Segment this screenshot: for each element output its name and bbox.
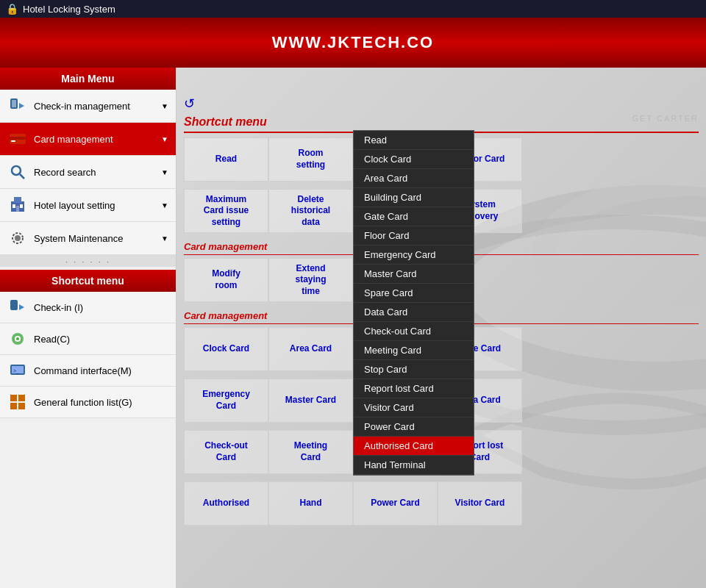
resize-handle[interactable]: · · · · · · xyxy=(0,255,176,267)
card-checkout[interactable]: Check-out Card xyxy=(184,430,268,474)
hotel-label: Hotel layout setting xyxy=(34,200,115,211)
dropdown-item-visitor-card[interactable]: Visitor Card xyxy=(354,398,474,417)
location-bar: Current location: xyxy=(176,68,706,88)
card-modify-room[interactable]: Modify room xyxy=(184,258,268,302)
svg-marker-16 xyxy=(19,304,24,310)
checkin-chevron: ▼ xyxy=(161,102,168,110)
svg-rect-1 xyxy=(12,100,16,107)
dropdown-item-data-card[interactable]: Data Card xyxy=(354,303,474,322)
svg-text:>_: >_ xyxy=(13,368,19,374)
dropdown-item-floor-card[interactable]: Floor Card xyxy=(354,226,474,245)
svg-point-13 xyxy=(15,235,21,241)
card-visitor-b[interactable]: Visitor Card xyxy=(438,481,522,526)
card-area[interactable]: Area Card xyxy=(268,327,353,371)
brand-text: WWW.JKTECH.CO xyxy=(272,33,434,52)
dropdown-item-power-card[interactable]: Power Card xyxy=(354,417,474,437)
shortcut-item-gen[interactable]: General function list(G) xyxy=(0,387,176,418)
shortcut-menu-header: Shortcut menu xyxy=(0,270,176,292)
dropdown-item-authorised-card[interactable]: Authorised Card xyxy=(354,437,474,456)
record-chevron: ▼ xyxy=(161,168,168,176)
card-authorised-b[interactable]: Authorised xyxy=(184,481,268,526)
shortcut-gen-label: General function list(G) xyxy=(34,397,132,408)
svg-rect-5 xyxy=(11,140,15,142)
checkin-icon xyxy=(7,96,28,116)
card-extend-stay[interactable]: Extend staying time xyxy=(268,258,353,302)
dropdown-item-master-card[interactable]: Master Card xyxy=(354,265,474,284)
location-label: Current location: xyxy=(188,72,271,84)
card-clock[interactable]: Clock Card xyxy=(184,327,268,371)
card-hand-b[interactable]: Hand xyxy=(268,481,353,526)
lock-icon: 🔒 xyxy=(6,3,18,15)
dropdown-item-checkout-card[interactable]: Check-out Card xyxy=(354,322,474,341)
svg-point-6 xyxy=(12,166,21,175)
svg-rect-15 xyxy=(10,300,18,310)
shortcut-checkin-label: Check-in (I) xyxy=(34,302,83,313)
card-max-issue[interactable]: Maximum Card issue setting xyxy=(184,189,268,233)
card-power-b[interactable]: Power Card xyxy=(353,481,438,526)
dropdown-item-area-card[interactable]: Area Card xyxy=(354,169,474,188)
system-label: System Maintenance xyxy=(34,233,123,244)
shortcut-item-checkin[interactable]: Check-in (I) xyxy=(0,292,176,323)
get-carter-text: GET CARTER xyxy=(632,114,699,123)
record-label: Record search xyxy=(34,167,96,178)
sidebar-item-hotel[interactable]: Hotel layout setting ▼ xyxy=(0,189,176,222)
sidebar-item-checkin[interactable]: Check-in management ▼ xyxy=(0,90,176,123)
card-master[interactable]: Master Card xyxy=(268,379,353,423)
shortcut-item-cmd[interactable]: >_ Command interface(M) xyxy=(0,355,176,387)
main-menu-header: Main Menu xyxy=(0,68,176,90)
svg-rect-12 xyxy=(16,206,19,212)
hotel-icon xyxy=(7,195,28,215)
dropdown-item-spare-card[interactable]: Spare Card xyxy=(354,284,474,303)
card-chevron: ▼ xyxy=(161,135,168,143)
card-emergency[interactable]: Emergency Card xyxy=(184,379,268,423)
svg-line-7 xyxy=(20,174,24,179)
dropdown-menu: Read Clock Card Area Card Building Card … xyxy=(353,130,474,476)
dropdown-item-meeting-card[interactable]: Meeting Card xyxy=(354,341,474,360)
svg-rect-23 xyxy=(10,395,17,401)
sidebar: Main Menu Check-in management ▼ Car xyxy=(0,68,176,588)
svg-rect-9 xyxy=(14,197,21,203)
dropdown-item-building-card[interactable]: Building Card xyxy=(354,188,474,207)
dropdown-item-hand-terminal[interactable]: Hand Terminal xyxy=(354,456,474,475)
main-content: Current location: ↺ GET CARTER Shortcut … xyxy=(176,68,706,588)
shortcut-checkin-icon xyxy=(7,297,28,318)
sidebar-item-system[interactable]: System Maintenance ▼ xyxy=(0,222,176,255)
card-icon xyxy=(7,129,28,149)
record-icon xyxy=(7,162,28,182)
shortcut-read-icon xyxy=(7,329,28,349)
shortcut-gen-icon xyxy=(7,392,28,412)
title-bar: 🔒 Hotel Locking System xyxy=(0,0,706,18)
svg-rect-25 xyxy=(10,403,17,409)
shortcut-item-read[interactable]: Read(C) xyxy=(0,323,176,355)
dropdown-item-gate-card[interactable]: Gate Card xyxy=(354,207,474,226)
shortcut-cmd-label: Command interface(M) xyxy=(34,365,132,376)
app-title: Hotel Locking System xyxy=(23,4,115,15)
hotel-chevron: ▼ xyxy=(161,201,168,209)
dropdown-item-read[interactable]: Read xyxy=(354,131,474,150)
svg-rect-11 xyxy=(20,204,23,208)
top-banner: WWW.JKTECH.CO xyxy=(0,18,706,68)
system-icon xyxy=(7,228,28,248)
mgmt2-row4-grid: Authorised Hand Power Card Visitor Card xyxy=(184,481,699,526)
checkin-label: Check-in management xyxy=(34,101,130,112)
card-delete-hist[interactable]: Delete historical data xyxy=(268,189,353,233)
card-room-setting[interactable]: Room setting xyxy=(268,137,353,182)
dropdown-item-clock-card[interactable]: Clock Card xyxy=(354,150,474,169)
svg-rect-26 xyxy=(18,403,25,409)
shortcut-read-label: Read(C) xyxy=(34,334,70,345)
dropdown-item-report-lost[interactable]: Report lost Card xyxy=(354,379,474,398)
back-button[interactable]: ↺ xyxy=(184,96,195,112)
system-chevron: ▼ xyxy=(161,234,168,243)
svg-rect-24 xyxy=(18,395,25,401)
card-meeting[interactable]: Meeting Card xyxy=(268,430,353,474)
dropdown-item-emergency-card[interactable]: Emergency Card xyxy=(354,245,474,265)
card-read[interactable]: Read xyxy=(184,137,268,182)
svg-rect-10 xyxy=(13,204,15,208)
app-body: Main Menu Check-in management ▼ Car xyxy=(0,68,706,588)
sidebar-item-card[interactable]: Card management ▼ xyxy=(0,123,176,156)
dropdown-item-stop-card[interactable]: Stop Card xyxy=(354,360,474,379)
sidebar-item-record[interactable]: Record search ▼ xyxy=(0,156,176,189)
shortcut-cmd-icon: >_ xyxy=(7,360,28,381)
svg-marker-2 xyxy=(19,103,24,109)
svg-rect-4 xyxy=(10,137,26,140)
